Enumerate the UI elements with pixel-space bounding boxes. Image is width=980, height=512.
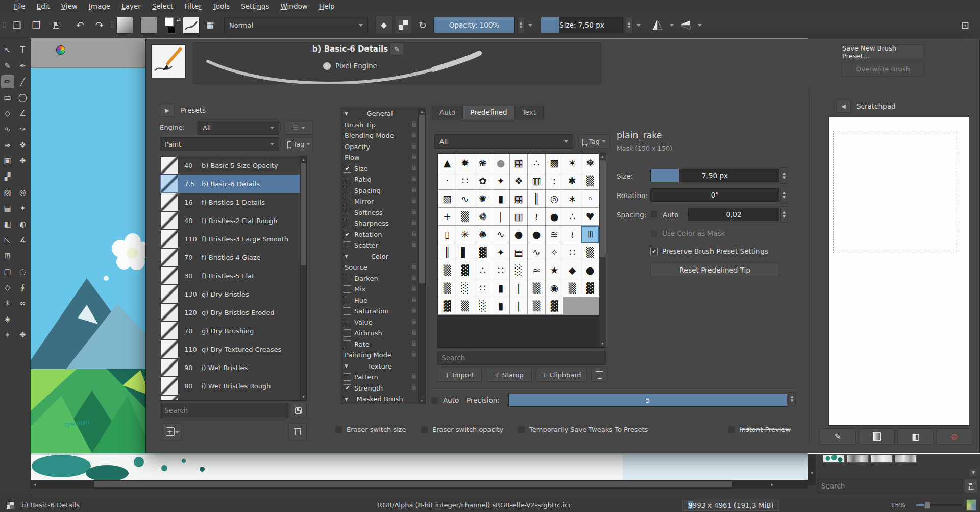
brush-tip-cell[interactable]: ▤ [510,243,527,261]
tool-calligraphy[interactable]: ✒ [16,59,30,72]
mirror-horizontal-button[interactable] [649,16,666,34]
brush-tip-cell[interactable]: ❀ [474,154,492,172]
zoom-reset-icon[interactable] [966,499,976,511]
brush-tip-cell[interactable]: ◉ [546,279,563,297]
image-dimensions-field[interactable]: 9993 x 4961 (191,3 MiB) [682,500,779,511]
tool-move[interactable]: ✥ [16,154,30,167]
save-search-button[interactable] [290,403,307,418]
scroll-right-icon[interactable]: ▸ [768,482,776,487]
tab-auto[interactable]: Auto [432,106,463,119]
brush-tip-cell[interactable]: ▒ [438,279,456,297]
scroll-up-icon[interactable]: ▴ [599,154,606,159]
tool-multibrush[interactable]: ❖ [16,138,30,152]
preset-tag-button[interactable]: Tag [285,137,313,151]
brush-tip-cell[interactable]: ✦ [492,243,509,261]
brush-tip-cell[interactable]: ▥ [510,208,527,225]
pattern-chooser[interactable] [140,17,157,34]
toolbar-drag-handle-2[interactable]: ⣿ [110,23,114,28]
presets-collapse-button[interactable]: ▶ [160,104,175,117]
tip-rotation-slider[interactable]: 0° [650,188,779,202]
brush-tip-cell[interactable]: ▮ [492,279,509,297]
preset-row[interactable]: 70g) Dry Brushing [160,322,306,340]
brush-tip-cell[interactable]: ▒ [581,172,599,189]
tool-polyline[interactable]: ∠ [16,107,30,120]
size-slider[interactable]: Size: 7,50 px [541,17,623,33]
preset-row[interactable]: 90i) Wet Bristles [160,358,306,377]
opacity-options-arrow[interactable] [527,17,533,33]
brush-tip-grid[interactable]: ▲✸❀●▦∴▩✶❅·∷✿✦❖▥:✱▒▧∿✺▮▦║◎∗◦+▒❁|▥≀●∴♥▯✳✺∿… [437,153,606,348]
panel-splitter[interactable] [809,88,810,445]
scratchpad-collapse-button[interactable]: ◀ [836,100,851,113]
tool-line[interactable]: ╱ [16,75,30,88]
auto-precision-checkbox[interactable] [431,397,438,404]
option-checkbox[interactable] [344,384,351,392]
tool-ellipse-select[interactable]: ◌ [16,265,30,278]
tool-polygon[interactable]: ◇ [1,107,14,120]
tool-reference-images[interactable]: ⊞ [1,249,14,262]
tool-pattern-edit[interactable]: ▤ [1,202,14,215]
preset-row[interactable]: 120g) Dry Bristles Eroded [160,303,306,322]
option-checkbox[interactable] [344,329,351,337]
import-tip-button[interactable]: + Import [437,368,482,382]
zoom-slider[interactable] [916,504,962,506]
brush-tip-cell[interactable]: ▧ [438,190,456,207]
menu-layer[interactable]: Layer [116,1,146,11]
brush-tip-cell[interactable]: ░ [456,279,474,297]
gradient-chooser[interactable] [116,17,133,34]
option-checkbox[interactable] [344,241,351,249]
stamp-tip-button[interactable]: + Stamp [486,368,532,382]
hscroll-thumb[interactable] [94,481,732,487]
brush-tip-cell[interactable]: ● [581,261,599,279]
brush-option-list[interactable]: ▼GeneralBrush TipBlending ModeOpacityFlo… [341,108,426,404]
option-checkbox[interactable] [344,340,351,348]
footer-checkbox[interactable] [518,426,525,433]
option-checkbox[interactable] [344,297,351,304]
brush-tip-cell[interactable]: ░ [510,261,527,279]
eraser-mode-button[interactable]: ◆ [375,16,393,34]
open-document-button[interactable]: ❒ [28,16,45,34]
footer-checkbox[interactable] [335,426,342,433]
brush-tip-cell[interactable]: ≀ [564,226,581,243]
option-checkbox[interactable] [344,220,351,227]
tool-smart-patch[interactable]: ✦ [16,202,30,215]
tool-crop[interactable]: ▞ [1,170,14,183]
canvas-horizontal-scrollbar[interactable]: ◂ ▸ [31,480,808,489]
mirror-vertical-button[interactable] [677,16,694,34]
scroll-down-icon[interactable]: ▾ [300,395,307,399]
brush-preset-chooser[interactable] [183,17,200,34]
tool-enclose-fill[interactable]: ◐ [16,217,30,231]
menu-window[interactable]: Window [275,1,313,11]
brush-tip-cell[interactable]: ● [492,154,509,172]
brush-tip-cell[interactable]: ◦ [581,190,599,207]
menu-settings[interactable]: Settings [235,1,275,11]
option-checkbox[interactable] [344,285,351,293]
brush-tip-cell[interactable]: ▓ [474,243,492,261]
option-row-source[interactable]: Source [341,262,425,273]
selection-display-icon[interactable] [6,501,14,509]
brush-tip-cell[interactable]: ◎ [546,190,563,207]
option-checkbox[interactable] [344,373,351,381]
size-options-arrow[interactable] [635,17,642,33]
tip-grid-scrollbar[interactable]: ▴ ▾ [599,153,606,347]
tool-bezier-select[interactable]: ∞ [16,297,30,310]
use-color-as-mask-checkbox[interactable] [650,230,658,237]
brush-tip-cell[interactable]: ∴ [564,208,581,225]
brush-tip-cell[interactable]: ▓ [456,261,474,279]
tip-scroll-thumb[interactable] [600,160,606,257]
brush-tip-cell[interactable]: ● [546,208,563,225]
undo-button[interactable]: ↶ [71,16,89,34]
blending-mode-dropdown[interactable]: Normal [224,17,368,33]
brush-tip-cell[interactable]: ✸ [456,154,474,172]
option-row-rate[interactable]: Rate [341,339,425,350]
brush-tip-cell[interactable]: ▥ [528,172,545,189]
tip-size-spinner[interactable]: ▲▼ [780,167,788,184]
preset-row[interactable]: 110g) Dry Textured Creases [160,340,306,358]
add-resource-button[interactable]: + [163,423,182,440]
opacity-spinner[interactable]: ▲▼ [517,17,525,33]
option-checkbox[interactable] [344,231,351,238]
docker-preset-thumbnail[interactable] [823,455,845,463]
tab-text[interactable]: Text [515,106,544,119]
brush-preset-list[interactable]: 40b) Basic-5 Size Opacity7.5b) Basic-6 D… [160,156,307,401]
brush-tip-cell[interactable]: ❅ [581,154,599,172]
brush-tip-cell[interactable]: ▒ [456,208,474,225]
